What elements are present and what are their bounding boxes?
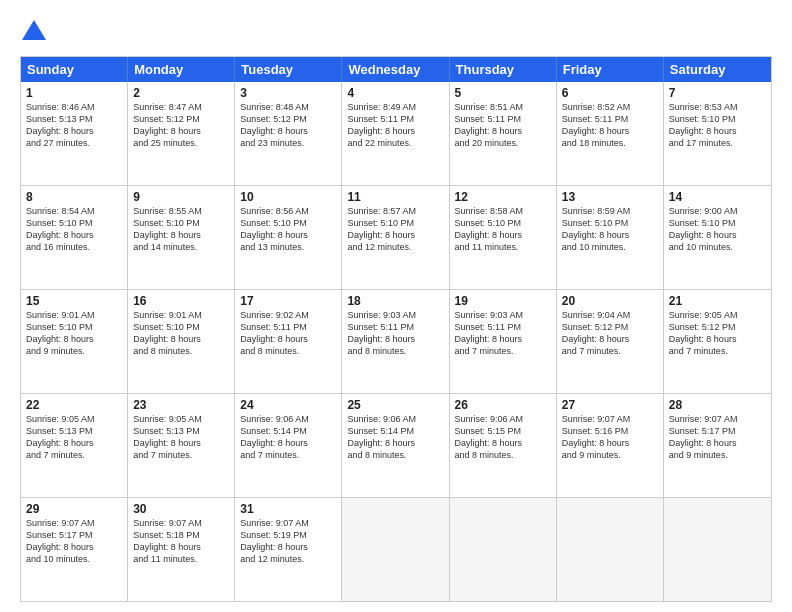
cell-details: Sunrise: 9:06 AMSunset: 5:14 PMDaylight:…	[240, 413, 336, 462]
cell-details: Sunrise: 8:51 AMSunset: 5:11 PMDaylight:…	[455, 101, 551, 150]
day-number: 28	[669, 398, 766, 412]
cell-details: Sunrise: 9:01 AMSunset: 5:10 PMDaylight:…	[26, 309, 122, 358]
svg-rect-1	[30, 32, 38, 40]
calendar-cell: 20Sunrise: 9:04 AMSunset: 5:12 PMDayligh…	[557, 290, 664, 393]
calendar-cell: 16Sunrise: 9:01 AMSunset: 5:10 PMDayligh…	[128, 290, 235, 393]
cell-details: Sunrise: 8:47 AMSunset: 5:12 PMDaylight:…	[133, 101, 229, 150]
day-number: 1	[26, 86, 122, 100]
cell-details: Sunrise: 9:07 AMSunset: 5:19 PMDaylight:…	[240, 517, 336, 566]
day-number: 23	[133, 398, 229, 412]
day-number: 26	[455, 398, 551, 412]
calendar-cell: 24Sunrise: 9:06 AMSunset: 5:14 PMDayligh…	[235, 394, 342, 497]
cell-details: Sunrise: 8:55 AMSunset: 5:10 PMDaylight:…	[133, 205, 229, 254]
cell-details: Sunrise: 9:03 AMSunset: 5:11 PMDaylight:…	[455, 309, 551, 358]
calendar-cell: 4Sunrise: 8:49 AMSunset: 5:11 PMDaylight…	[342, 82, 449, 185]
cell-details: Sunrise: 8:58 AMSunset: 5:10 PMDaylight:…	[455, 205, 551, 254]
cell-details: Sunrise: 8:52 AMSunset: 5:11 PMDaylight:…	[562, 101, 658, 150]
day-number: 2	[133, 86, 229, 100]
calendar-row-4: 22Sunrise: 9:05 AMSunset: 5:13 PMDayligh…	[21, 393, 771, 497]
calendar-cell: 15Sunrise: 9:01 AMSunset: 5:10 PMDayligh…	[21, 290, 128, 393]
calendar-cell: 9Sunrise: 8:55 AMSunset: 5:10 PMDaylight…	[128, 186, 235, 289]
calendar-cell: 11Sunrise: 8:57 AMSunset: 5:10 PMDayligh…	[342, 186, 449, 289]
calendar-cell: 3Sunrise: 8:48 AMSunset: 5:12 PMDaylight…	[235, 82, 342, 185]
header	[20, 18, 772, 46]
cell-details: Sunrise: 8:49 AMSunset: 5:11 PMDaylight:…	[347, 101, 443, 150]
calendar-row-5: 29Sunrise: 9:07 AMSunset: 5:17 PMDayligh…	[21, 497, 771, 601]
weekday-header-sunday: Sunday	[21, 57, 128, 82]
day-number: 9	[133, 190, 229, 204]
cell-details: Sunrise: 8:53 AMSunset: 5:10 PMDaylight:…	[669, 101, 766, 150]
cell-details: Sunrise: 9:05 AMSunset: 5:12 PMDaylight:…	[669, 309, 766, 358]
calendar-row-3: 15Sunrise: 9:01 AMSunset: 5:10 PMDayligh…	[21, 289, 771, 393]
calendar-cell: 31Sunrise: 9:07 AMSunset: 5:19 PMDayligh…	[235, 498, 342, 601]
calendar-cell: 17Sunrise: 9:02 AMSunset: 5:11 PMDayligh…	[235, 290, 342, 393]
calendar-cell: 29Sunrise: 9:07 AMSunset: 5:17 PMDayligh…	[21, 498, 128, 601]
day-number: 19	[455, 294, 551, 308]
weekday-header-saturday: Saturday	[664, 57, 771, 82]
calendar-cell: 8Sunrise: 8:54 AMSunset: 5:10 PMDaylight…	[21, 186, 128, 289]
day-number: 5	[455, 86, 551, 100]
calendar-cell: 5Sunrise: 8:51 AMSunset: 5:11 PMDaylight…	[450, 82, 557, 185]
calendar-cell: 10Sunrise: 8:56 AMSunset: 5:10 PMDayligh…	[235, 186, 342, 289]
cell-details: Sunrise: 8:57 AMSunset: 5:10 PMDaylight:…	[347, 205, 443, 254]
calendar-cell: 18Sunrise: 9:03 AMSunset: 5:11 PMDayligh…	[342, 290, 449, 393]
cell-details: Sunrise: 9:03 AMSunset: 5:11 PMDaylight:…	[347, 309, 443, 358]
day-number: 10	[240, 190, 336, 204]
cell-details: Sunrise: 8:54 AMSunset: 5:10 PMDaylight:…	[26, 205, 122, 254]
calendar-header: SundayMondayTuesdayWednesdayThursdayFrid…	[21, 57, 771, 82]
cell-details: Sunrise: 9:07 AMSunset: 5:17 PMDaylight:…	[669, 413, 766, 462]
day-number: 3	[240, 86, 336, 100]
day-number: 11	[347, 190, 443, 204]
day-number: 27	[562, 398, 658, 412]
calendar-cell: 2Sunrise: 8:47 AMSunset: 5:12 PMDaylight…	[128, 82, 235, 185]
day-number: 7	[669, 86, 766, 100]
logo-icon	[20, 18, 48, 46]
day-number: 12	[455, 190, 551, 204]
logo	[20, 18, 52, 46]
calendar-cell: 22Sunrise: 9:05 AMSunset: 5:13 PMDayligh…	[21, 394, 128, 497]
day-number: 4	[347, 86, 443, 100]
weekday-header-friday: Friday	[557, 57, 664, 82]
calendar-row-2: 8Sunrise: 8:54 AMSunset: 5:10 PMDaylight…	[21, 185, 771, 289]
calendar-cell: 12Sunrise: 8:58 AMSunset: 5:10 PMDayligh…	[450, 186, 557, 289]
calendar-cell	[342, 498, 449, 601]
cell-details: Sunrise: 8:59 AMSunset: 5:10 PMDaylight:…	[562, 205, 658, 254]
day-number: 30	[133, 502, 229, 516]
calendar-cell: 30Sunrise: 9:07 AMSunset: 5:18 PMDayligh…	[128, 498, 235, 601]
calendar: SundayMondayTuesdayWednesdayThursdayFrid…	[20, 56, 772, 602]
day-number: 21	[669, 294, 766, 308]
calendar-cell: 27Sunrise: 9:07 AMSunset: 5:16 PMDayligh…	[557, 394, 664, 497]
weekday-header-monday: Monday	[128, 57, 235, 82]
calendar-cell: 21Sunrise: 9:05 AMSunset: 5:12 PMDayligh…	[664, 290, 771, 393]
page: SundayMondayTuesdayWednesdayThursdayFrid…	[0, 0, 792, 612]
calendar-cell: 19Sunrise: 9:03 AMSunset: 5:11 PMDayligh…	[450, 290, 557, 393]
cell-details: Sunrise: 9:05 AMSunset: 5:13 PMDaylight:…	[26, 413, 122, 462]
calendar-cell: 14Sunrise: 9:00 AMSunset: 5:10 PMDayligh…	[664, 186, 771, 289]
calendar-cell: 6Sunrise: 8:52 AMSunset: 5:11 PMDaylight…	[557, 82, 664, 185]
day-number: 22	[26, 398, 122, 412]
calendar-cell: 23Sunrise: 9:05 AMSunset: 5:13 PMDayligh…	[128, 394, 235, 497]
calendar-cell: 25Sunrise: 9:06 AMSunset: 5:14 PMDayligh…	[342, 394, 449, 497]
calendar-row-1: 1Sunrise: 8:46 AMSunset: 5:13 PMDaylight…	[21, 82, 771, 185]
day-number: 29	[26, 502, 122, 516]
cell-details: Sunrise: 9:07 AMSunset: 5:18 PMDaylight:…	[133, 517, 229, 566]
day-number: 31	[240, 502, 336, 516]
calendar-cell: 7Sunrise: 8:53 AMSunset: 5:10 PMDaylight…	[664, 82, 771, 185]
calendar-cell: 26Sunrise: 9:06 AMSunset: 5:15 PMDayligh…	[450, 394, 557, 497]
weekday-header-thursday: Thursday	[450, 57, 557, 82]
cell-details: Sunrise: 9:06 AMSunset: 5:14 PMDaylight:…	[347, 413, 443, 462]
day-number: 14	[669, 190, 766, 204]
cell-details: Sunrise: 8:46 AMSunset: 5:13 PMDaylight:…	[26, 101, 122, 150]
cell-details: Sunrise: 8:56 AMSunset: 5:10 PMDaylight:…	[240, 205, 336, 254]
day-number: 17	[240, 294, 336, 308]
cell-details: Sunrise: 9:02 AMSunset: 5:11 PMDaylight:…	[240, 309, 336, 358]
cell-details: Sunrise: 8:48 AMSunset: 5:12 PMDaylight:…	[240, 101, 336, 150]
cell-details: Sunrise: 9:06 AMSunset: 5:15 PMDaylight:…	[455, 413, 551, 462]
calendar-cell	[664, 498, 771, 601]
day-number: 24	[240, 398, 336, 412]
cell-details: Sunrise: 9:05 AMSunset: 5:13 PMDaylight:…	[133, 413, 229, 462]
day-number: 6	[562, 86, 658, 100]
cell-details: Sunrise: 9:04 AMSunset: 5:12 PMDaylight:…	[562, 309, 658, 358]
calendar-cell: 13Sunrise: 8:59 AMSunset: 5:10 PMDayligh…	[557, 186, 664, 289]
cell-details: Sunrise: 9:00 AMSunset: 5:10 PMDaylight:…	[669, 205, 766, 254]
